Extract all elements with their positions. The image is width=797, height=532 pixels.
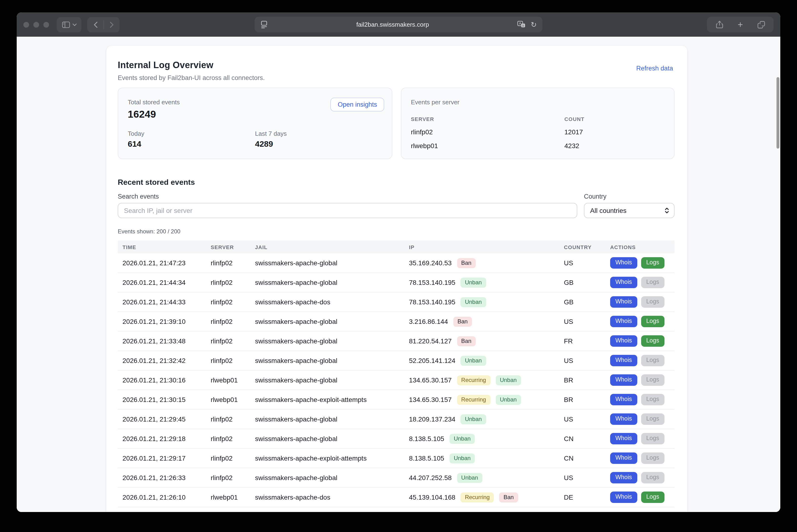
logs-button[interactable]: Logs	[641, 453, 664, 464]
event-server: rlinfp02	[206, 259, 250, 267]
search-input[interactable]	[118, 203, 577, 218]
today-value: 614	[128, 139, 255, 149]
url-text: fail2ban.swissmakers.corp	[268, 21, 518, 28]
event-actions: Whois Logs	[605, 296, 674, 308]
share-button[interactable]	[710, 17, 729, 32]
sidebar-toggle-button[interactable]	[57, 17, 81, 32]
event-actions: Whois Logs	[605, 492, 674, 503]
whois-button[interactable]: Whois	[610, 394, 637, 405]
event-jail: swissmakers-apache-global	[250, 318, 404, 325]
event-country: FR	[559, 337, 605, 345]
event-jail: swissmakers-apache-global	[250, 435, 404, 442]
col-header-server: SERVER	[206, 244, 250, 250]
logs-button[interactable]: Logs	[641, 394, 664, 405]
whois-button[interactable]: Whois	[610, 374, 637, 386]
reload-icon[interactable]: ↻	[531, 21, 537, 28]
whois-button[interactable]: Whois	[610, 492, 637, 503]
whois-button[interactable]: Whois	[610, 296, 637, 308]
logs-button[interactable]: Logs	[641, 374, 664, 386]
main-content-card: Internal Log Overview Events stored by F…	[106, 46, 687, 512]
whois-button[interactable]: Whois	[610, 277, 637, 288]
event-country: CN	[559, 435, 605, 442]
event-time: 2026.01.21, 21:44:34	[118, 279, 206, 286]
logs-button[interactable]: Logs	[641, 413, 664, 425]
event-actions: Whois Logs	[605, 394, 674, 405]
col-header-country: COUNTRY	[559, 244, 605, 250]
per-server-table: SERVER COUNT rlinfp0212017rlwebp014232	[411, 116, 665, 150]
up-down-chevrons-icon	[665, 207, 669, 214]
events-table-header: TIME SERVER JAIL IP COUNTRY ACTIONS	[118, 241, 674, 253]
unban-badge: Unban	[461, 414, 486, 424]
table-row: 2026.01.21, 21:47:23 rlinfp02 swissmaker…	[118, 253, 674, 273]
page-settings-icon	[260, 20, 268, 28]
whois-button[interactable]: Whois	[610, 316, 637, 327]
event-time: 2026.01.21, 21:30:15	[118, 396, 206, 403]
event-time: 2026.01.21, 21:47:23	[118, 259, 206, 267]
per-server-row: rlinfp0212017	[411, 128, 665, 136]
new-tab-button[interactable]: +	[731, 17, 750, 32]
close-button[interactable]	[23, 22, 29, 27]
search-events-label: Search events	[118, 193, 577, 200]
table-row: 2026.01.21, 21:29:45 rlinfp02 swissmaker…	[118, 410, 674, 429]
address-bar[interactable]: fail2ban.swissmakers.corp A 文 ↻	[255, 17, 542, 32]
event-country: GB	[559, 279, 605, 286]
event-jail: swissmakers-apache-dos	[250, 493, 404, 501]
event-country: BR	[559, 396, 605, 403]
logs-button[interactable]: Logs	[641, 433, 664, 444]
forward-button[interactable]	[104, 21, 120, 28]
event-jail: swissmakers-apache-global	[250, 415, 404, 423]
back-button[interactable]	[88, 21, 103, 28]
event-ip-cell: 45.139.104.168 RecurringBan	[404, 492, 559, 502]
events-shown-text: Events shown: 200 / 200	[118, 228, 674, 235]
total-events-card: Total stored events 16249 Open insights …	[118, 88, 392, 159]
browser-toolbar: fail2ban.swissmakers.corp A 文 ↻	[17, 12, 780, 37]
whois-button[interactable]: Whois	[610, 335, 637, 347]
unban-badge: Unban	[457, 473, 483, 483]
open-insights-button[interactable]: Open insights	[330, 98, 384, 111]
event-actions: Whois Logs	[605, 453, 674, 464]
event-ip-cell: 18.209.137.234 Unban	[404, 414, 559, 424]
col-header-actions: ACTIONS	[605, 244, 674, 250]
event-jail: swissmakers-apache-global	[250, 376, 404, 384]
whois-button[interactable]: Whois	[610, 453, 637, 464]
table-row: 2026.01.21, 21:26:10 rlwebp01 swissmaker…	[118, 488, 674, 507]
event-time: 2026.01.21, 21:26:10	[118, 493, 206, 501]
events-table-body: 2026.01.21, 21:47:23 rlinfp02 swissmaker…	[118, 253, 674, 507]
unban-badge: Unban	[461, 297, 486, 307]
event-actions: Whois Logs	[605, 374, 674, 386]
translate-icon[interactable]: A 文	[518, 21, 526, 28]
nav-buttons	[87, 17, 120, 32]
whois-button[interactable]: Whois	[610, 433, 637, 444]
logs-button[interactable]: Logs	[641, 316, 664, 327]
event-country: BR	[559, 376, 605, 384]
zoom-button[interactable]	[43, 22, 49, 27]
country-select-value: All countries	[590, 207, 665, 214]
tab-overview-button[interactable]	[752, 17, 771, 32]
events-per-server-card: Events per server SERVER COUNT rlinfp021…	[401, 88, 674, 159]
logs-button[interactable]: Logs	[641, 355, 664, 366]
country-select[interactable]: All countries	[584, 203, 674, 218]
whois-button[interactable]: Whois	[610, 413, 637, 425]
vertical-scrollbar-thumb[interactable]	[777, 77, 779, 149]
event-ip-cell: 35.169.240.53 Ban	[404, 258, 559, 268]
minimize-button[interactable]	[33, 22, 39, 27]
logs-button[interactable]: Logs	[641, 335, 664, 347]
recurring-badge: Recurring	[457, 395, 490, 404]
logs-button[interactable]: Logs	[641, 472, 664, 483]
whois-button[interactable]: Whois	[610, 355, 637, 366]
logs-button[interactable]: Logs	[641, 257, 664, 269]
event-server: rlinfp02	[206, 435, 250, 442]
event-time: 2026.01.21, 21:29:17	[118, 454, 206, 462]
logs-button[interactable]: Logs	[641, 296, 664, 308]
logs-button[interactable]: Logs	[641, 492, 664, 503]
whois-button[interactable]: Whois	[610, 257, 637, 269]
last7-stat: Last 7 days 4289	[255, 130, 382, 149]
col-header-count: COUNT	[564, 116, 584, 122]
whois-button[interactable]: Whois	[610, 472, 637, 483]
event-actions: Whois Logs	[605, 433, 674, 444]
event-country: US	[559, 357, 605, 364]
col-header-ip: IP	[404, 244, 559, 250]
logs-button[interactable]: Logs	[641, 277, 664, 288]
plus-icon: +	[738, 20, 743, 29]
refresh-data-link[interactable]: Refresh data	[636, 65, 673, 72]
